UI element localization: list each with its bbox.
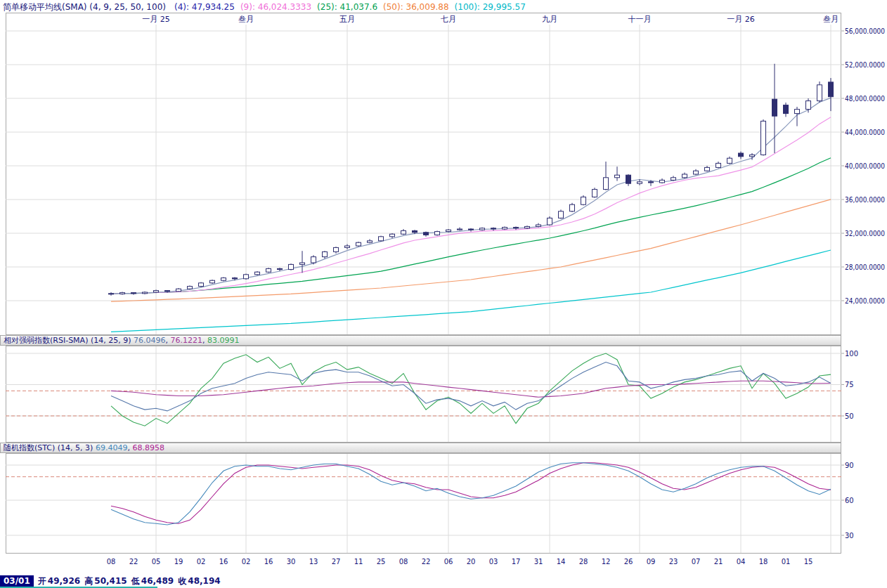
candle <box>458 229 462 230</box>
date-label: 07 <box>692 558 701 566</box>
month-label: 叁月 <box>823 15 839 24</box>
date-label: 11 <box>354 558 363 566</box>
candle <box>368 241 373 242</box>
candle <box>379 237 384 241</box>
date-label: 26 <box>624 558 633 566</box>
axis-labels: 906030 <box>841 462 854 540</box>
date-label: 16 <box>264 558 273 566</box>
month-label: 十一月 <box>628 15 652 24</box>
stc-title: 随机指数(STC) (14, 5, 3) <box>4 443 93 452</box>
date-label: 22 <box>422 558 431 566</box>
month-label: 七月 <box>440 15 456 24</box>
price-label: 36,000.0000 <box>845 196 885 204</box>
candle <box>559 211 564 218</box>
date-label: 15 <box>804 558 813 566</box>
month-label: 一月 25 <box>142 15 170 24</box>
candle <box>795 110 800 114</box>
rsi-value-14: 76.0496 <box>134 336 166 345</box>
candle <box>446 230 451 231</box>
candle <box>345 246 350 247</box>
charting-application: 简单移动平均线(SMA) (4, 9, 25, 50, 100)(4): 47,… <box>0 0 887 588</box>
month-label: 九月 <box>542 15 557 24</box>
high-value: 50,415 <box>94 576 127 586</box>
candle <box>109 294 114 294</box>
stc-value-k: 69.4049 <box>96 443 128 452</box>
candle <box>806 101 811 110</box>
candle <box>255 272 260 275</box>
date-label: 21 <box>714 558 723 566</box>
sma-header: 简单移动平均线(SMA) (4, 9, 25, 50, 100)(4): 47,… <box>0 0 887 13</box>
candle <box>401 230 406 234</box>
date-label: 14 <box>557 558 566 566</box>
candle <box>750 155 755 156</box>
open-label: 开 <box>38 576 46 586</box>
candle <box>300 263 305 264</box>
candle <box>165 291 170 292</box>
candle <box>120 293 125 294</box>
candle <box>143 292 148 294</box>
candle <box>334 247 339 251</box>
sma-value-9: (9): 46,024.3333 <box>240 2 311 12</box>
date-label: 01 <box>782 558 791 566</box>
status-date-badge: 03/01 <box>0 575 34 587</box>
candle <box>199 283 204 287</box>
candle <box>244 275 249 279</box>
candle <box>705 167 710 171</box>
candle <box>536 225 541 226</box>
date-label: 03 <box>489 558 498 566</box>
candle <box>289 264 294 269</box>
main-plot-area <box>6 13 841 335</box>
date-label: 04 <box>737 558 746 566</box>
candle <box>817 85 822 101</box>
month-label: 叁月 <box>238 15 254 24</box>
sma-value-100: (100): 29,995.57 <box>455 2 526 12</box>
rsi-indicator-chart[interactable]: 1007550 <box>0 346 887 443</box>
candle <box>716 163 721 167</box>
candle <box>390 234 395 237</box>
candle <box>581 197 586 204</box>
candle <box>626 175 631 183</box>
candle <box>682 174 687 178</box>
main-price-chart[interactable]: 56,000.000052,000.000048,000.000044,000.… <box>0 13 887 335</box>
candle <box>278 268 283 269</box>
candle <box>323 251 328 256</box>
stochastic-indicator-chart[interactable]: 906030 <box>0 453 887 554</box>
candle <box>727 158 732 163</box>
date-label: 27 <box>332 558 341 566</box>
candle <box>131 293 136 294</box>
date-label: 30 <box>287 558 296 566</box>
close-label: 收 <box>178 576 186 586</box>
candle <box>503 228 507 229</box>
candle <box>356 242 361 246</box>
candle <box>188 287 193 289</box>
date-label: 31 <box>534 558 543 566</box>
date-label: 17 <box>512 558 521 566</box>
candle <box>469 229 474 230</box>
rsi-panel-header[interactable]: 相对强弱指数(RSI-SMA) (14, 25, 9) 76.0496, 76.… <box>0 335 841 346</box>
candle <box>491 228 496 229</box>
price-label: 24,000.0000 <box>845 297 885 305</box>
stc-values: 69.4049, 68.8958 <box>96 443 164 452</box>
x-axis-labels: 0822051902160216301327112508220620031731… <box>0 554 887 572</box>
candle <box>548 218 552 225</box>
candle <box>311 257 316 263</box>
sma-value-50: (50): 36,009.88 <box>383 2 449 12</box>
stc-value-d: 68.8958 <box>132 443 164 452</box>
price-label: 28,000.0000 <box>845 263 885 271</box>
tick-label: 60 <box>845 497 854 504</box>
open-value: 49,926 <box>48 576 80 586</box>
candle <box>671 178 676 181</box>
candle <box>772 99 777 116</box>
price-label: 40,000.0000 <box>845 162 885 170</box>
candle <box>154 291 159 292</box>
stc-panel-header[interactable]: 随机指数(STC) (14, 5, 3) 69.4049, 68.8958 <box>0 443 841 453</box>
candle <box>233 278 238 279</box>
candle <box>176 289 181 292</box>
candle <box>649 182 654 183</box>
month-label: 五月 <box>339 15 355 24</box>
close-value: 48,194 <box>188 576 220 586</box>
axis-labels: 1007550 <box>841 350 858 420</box>
price-label: 48,000.0000 <box>845 95 885 103</box>
date-label: 02 <box>197 558 206 566</box>
candle <box>615 175 620 178</box>
